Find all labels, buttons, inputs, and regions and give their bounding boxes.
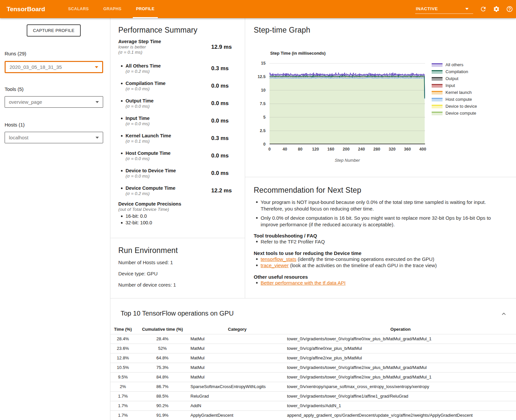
metric-item: Device to Device Time(σ = 0.0 ms)0.0 ms xyxy=(118,168,237,179)
x-axis-tick: 120 xyxy=(312,147,319,152)
legend-item: Host compute xyxy=(432,96,477,103)
legend-label: Device to device xyxy=(445,104,477,109)
metric-value: 0.0 ms xyxy=(211,83,229,89)
metric-item: Output Time(σ = 0.0 ms)0.0 ms xyxy=(118,98,237,109)
y-axis-tick: 15 xyxy=(245,61,266,66)
table-header-cell: Cumulative time (%) xyxy=(135,324,189,334)
status-dropdown[interactable]: INACTIVE xyxy=(415,6,473,14)
y-axis-tick: 0 xyxy=(245,142,266,147)
tfdata-api-link[interactable]: Better performance with the tf.data API xyxy=(261,280,346,286)
table-cell: tower_0/v/gradients/tower_0/v/cg/affine0… xyxy=(285,334,516,344)
runs-dropdown[interactable]: 2020_03_05_18_31_35 xyxy=(5,61,103,73)
legend-swatch xyxy=(432,84,443,88)
table-cell: 64.8% xyxy=(135,353,189,363)
table-header-cell: Category xyxy=(189,324,285,334)
chevron-down-icon xyxy=(95,66,98,68)
table-cell: 1.7% xyxy=(110,401,135,410)
table-cell: tower_0/v/gradients/tower_0/v/cg/affine2… xyxy=(285,372,516,382)
tensorflow-stats-link[interactable]: tensorflow_stats xyxy=(261,256,296,262)
table-cell: 1.7% xyxy=(110,410,135,420)
table-cell: MatMul xyxy=(189,353,285,363)
step-time-graph-title: Step-time Graph xyxy=(254,26,507,35)
chevron-down-icon xyxy=(96,137,99,139)
tool-link-desc: (identify the time-consuming operations … xyxy=(296,256,434,262)
metric-value: 0.0 ms xyxy=(211,118,229,124)
legend-label: Host compute xyxy=(445,97,472,102)
tools-dropdown[interactable]: overview_page xyxy=(5,96,103,108)
tab-scalars[interactable]: SCALARS xyxy=(61,0,96,18)
faq-heading: Tool troubleshooting / FAQ xyxy=(254,233,507,238)
x-axis-tick: 200 xyxy=(343,147,350,152)
faq-item: Refer to the TF2 Profiler FAQ xyxy=(254,238,507,245)
chart-plot-area xyxy=(270,63,425,144)
legend-item: Device to device xyxy=(432,103,477,110)
nav-tabs: SCALARSGRAPHSPROFILE xyxy=(61,0,162,18)
legend-label: Kernel launch xyxy=(445,90,472,95)
metric-value: 0.0 ms xyxy=(211,153,229,159)
legend-item: Input xyxy=(432,82,477,89)
table-row: 1.7%88.5%ReluGradtower_0/v/gradients/tow… xyxy=(110,391,516,401)
step-time-chart xyxy=(270,63,425,144)
capture-profile-button[interactable]: CAPTURE PROFILE xyxy=(27,24,81,37)
tab-graphs[interactable]: GRAPHS xyxy=(96,0,129,18)
help-icon xyxy=(506,6,513,13)
run-env-line: Device type: GPU xyxy=(118,271,237,276)
top-ops-table: Time (%)Cumulative time (%)CategoryOpera… xyxy=(110,324,516,420)
tools-label: Tools (5) xyxy=(5,86,24,92)
table-cell: tower_0/v/gradients/tower_0/v/cg/affine2… xyxy=(285,363,516,372)
settings-button[interactable] xyxy=(490,3,503,16)
hosts-dropdown[interactable]: localhost xyxy=(5,132,103,143)
refresh-button[interactable] xyxy=(476,3,490,16)
run-environment-card: Run Environment Number of Hosts used: 1D… xyxy=(110,238,245,298)
legend-swatch xyxy=(432,91,443,95)
recommendation-bullet: Only 0.0% of device computation is 16 bi… xyxy=(254,215,507,228)
table-cell: append_apply_gradient_ops/GradientDescen… xyxy=(285,410,516,420)
table-row: 12.8%64.8%MatMultower_0/v/cg/affine2/xw_… xyxy=(110,353,516,363)
table-cell: tower_0/v/cg/affine2/xw_plus_b/MatMul xyxy=(285,353,516,363)
collapse-chevron-icon[interactable] xyxy=(501,311,507,317)
table-row: 9.5%84.8%MatMultower_0/v/gradients/tower… xyxy=(110,372,516,382)
metric-item: Compilation Time(σ = 0.0 ms)0.0 ms xyxy=(118,80,237,92)
toolbar-right: INACTIVE xyxy=(415,0,516,18)
table-cell: 90.2% xyxy=(135,401,189,410)
legend-item: All others xyxy=(432,61,477,68)
legend-swatch xyxy=(432,63,443,67)
legend-item: Compilation xyxy=(432,68,477,75)
top-ops-card: Top 10 TensorFlow operations on GPU Time… xyxy=(110,298,516,420)
legend-item: Output xyxy=(432,75,477,82)
next-tools-heading: Next tools to use for reducing the Devic… xyxy=(254,250,507,256)
legend-swatch xyxy=(432,111,443,115)
legend-label: All others xyxy=(445,62,463,67)
table-cell: 12.8% xyxy=(110,353,135,363)
resources-heading: Other useful resources xyxy=(254,274,507,280)
legend-label: Input xyxy=(445,83,455,88)
recommendation-bullet: Your program is NOT input-bound because … xyxy=(254,199,507,212)
trace-viewer-link[interactable]: trace_viewer xyxy=(261,263,289,268)
tools-dropdown-value: overview_page xyxy=(9,99,42,105)
table-cell: AddN xyxy=(189,401,285,410)
table-cell: 10.5% xyxy=(110,363,135,372)
run-env-line: Number of device cores: 1 xyxy=(118,282,237,288)
x-axis-tick: 360 xyxy=(404,147,411,152)
table-cell: 88.5% xyxy=(135,391,189,401)
help-button[interactable] xyxy=(503,3,516,16)
table-cell: 91.9% xyxy=(135,410,189,420)
table-row: 1.7%90.2%AddNtower_0/v/gradients/AddN_1 xyxy=(110,401,516,410)
tab-profile[interactable]: PROFILE xyxy=(129,0,162,18)
table-cell: ApplyGradientDescent xyxy=(189,410,285,420)
legend-swatch xyxy=(432,104,443,108)
table-cell: MatMul xyxy=(189,334,285,344)
legend-swatch xyxy=(432,77,443,81)
table-cell: ReluGrad xyxy=(189,391,285,401)
precision-item: 32-bit: 100.0 xyxy=(118,219,237,226)
x-axis-tick: 280 xyxy=(373,147,380,152)
table-row: 1.7%91.9%ApplyGradientDescentappend_appl… xyxy=(110,410,516,420)
metric-value: 0.0 ms xyxy=(211,170,229,177)
table-cell: MatMul xyxy=(189,363,285,372)
precisions-note: (out of Total Device Time) xyxy=(118,207,237,212)
metric-item: Kernel Launch Time(σ = 0.1 ms)0.3 ms xyxy=(118,133,237,144)
table-cell: 84.8% xyxy=(135,372,189,382)
resource-item: Better performance with the tf.data API xyxy=(254,280,507,286)
precisions-label: Device Compute Precisions xyxy=(118,201,237,207)
top-ops-title: Top 10 TensorFlow operations on GPU xyxy=(121,310,234,317)
